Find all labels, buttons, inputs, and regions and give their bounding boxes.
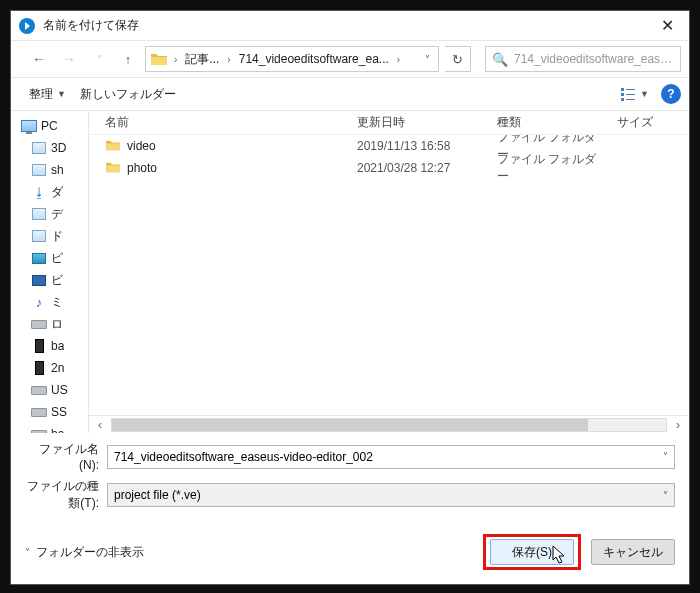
file-name: photo bbox=[127, 161, 157, 175]
tree-item-label: ミ bbox=[51, 294, 63, 311]
col-type[interactable]: 種類 bbox=[489, 114, 609, 131]
tree-item[interactable]: SS bbox=[11, 401, 88, 423]
download-icon: ⭳ bbox=[31, 184, 47, 200]
tree-item[interactable]: ba bbox=[11, 423, 88, 433]
view-mode-button[interactable]: ▼ bbox=[616, 85, 653, 103]
tree-item[interactable]: デ bbox=[11, 203, 88, 225]
svg-rect-2 bbox=[621, 93, 624, 96]
chevron-right-icon: › bbox=[225, 54, 232, 65]
forward-button[interactable]: → bbox=[57, 47, 81, 71]
box-icon bbox=[31, 206, 47, 222]
h-scrollbar[interactable]: ‹ › bbox=[89, 415, 689, 433]
col-name[interactable]: 名前 bbox=[89, 114, 349, 131]
filename-label: ファイル名(N): bbox=[25, 441, 99, 472]
tree-item-label: 2n bbox=[51, 361, 64, 375]
filename-input[interactable]: 714_videoeditsoftware_easeus-video-edito… bbox=[107, 445, 675, 469]
nav-tree[interactable]: PC3Dsh⭳ダデドピビ♪ミロba2nUSSSba bbox=[11, 111, 89, 433]
tree-item-label: ダ bbox=[51, 184, 63, 201]
folder-icon bbox=[105, 161, 121, 176]
tree-item-label: デ bbox=[51, 206, 63, 223]
col-date[interactable]: 更新日時 bbox=[349, 114, 489, 131]
tree-item[interactable]: 3D bbox=[11, 137, 88, 159]
tree-item-label: 3D bbox=[51, 141, 66, 155]
organize-menu[interactable]: 整理 ▼ bbox=[23, 82, 72, 107]
drive-icon bbox=[31, 316, 47, 332]
tree-item-label: ド bbox=[51, 228, 63, 245]
tree-item-label: ピ bbox=[51, 250, 63, 267]
tree-item-label: ロ bbox=[51, 316, 63, 333]
scroll-thumb[interactable] bbox=[112, 419, 588, 431]
up-button[interactable]: ↑ bbox=[117, 48, 139, 70]
drive-icon bbox=[31, 426, 47, 433]
tree-item-label: SS bbox=[51, 405, 67, 419]
tree-item[interactable]: ロ bbox=[11, 313, 88, 335]
cancel-button[interactable]: キャンセル bbox=[591, 539, 675, 565]
navbar: ← → ˅ ↑ › 記事... › 714_videoeditsoftware_… bbox=[11, 41, 689, 77]
back-button[interactable]: ← bbox=[27, 47, 51, 71]
search-icon: 🔍 bbox=[492, 52, 508, 67]
tree-item[interactable]: ⭳ダ bbox=[11, 181, 88, 203]
tree-item[interactable]: ド bbox=[11, 225, 88, 247]
chevron-down-icon: ▼ bbox=[640, 89, 649, 99]
breadcrumb-1[interactable]: 記事... bbox=[181, 49, 223, 70]
list-item[interactable]: photo2021/03/28 12:27ファイル フォルダー bbox=[89, 157, 689, 179]
svg-rect-3 bbox=[626, 94, 635, 95]
recent-dropdown[interactable]: ˅ bbox=[87, 47, 111, 71]
box-icon bbox=[31, 228, 47, 244]
tree-item[interactable]: 2n bbox=[11, 357, 88, 379]
tower-icon bbox=[31, 360, 47, 376]
chevron-down-icon: ˅ bbox=[25, 547, 30, 558]
search-box[interactable]: 🔍 714_videoeditsoftware_ease... bbox=[485, 46, 681, 72]
svg-rect-4 bbox=[621, 98, 624, 101]
chevron-down-icon[interactable]: ˅ bbox=[663, 490, 668, 501]
address-bar[interactable]: › 記事... › 714_videoeditsoftware_ea... › … bbox=[145, 46, 439, 72]
music-icon: ♪ bbox=[31, 294, 47, 310]
filetype-value: project file (*.ve) bbox=[114, 488, 663, 502]
close-button[interactable]: ✕ bbox=[645, 11, 689, 41]
toolbar: 整理 ▼ 新しいフォルダー ▼ ? bbox=[11, 77, 689, 111]
tower-icon bbox=[31, 338, 47, 354]
svg-rect-0 bbox=[621, 88, 624, 91]
hide-folders-link[interactable]: ˅ フォルダーの非表示 bbox=[25, 544, 144, 561]
scroll-left-icon[interactable]: ‹ bbox=[93, 418, 107, 432]
filename-row: ファイル名(N): 714_videoeditsoftware_easeus-v… bbox=[25, 441, 675, 472]
filetype-select[interactable]: project file (*.ve) ˅ bbox=[107, 483, 675, 507]
tree-item[interactable]: ピ bbox=[11, 247, 88, 269]
refresh-button[interactable]: ↻ bbox=[445, 46, 471, 72]
filename-value: 714_videoeditsoftware_easeus-video-edito… bbox=[114, 450, 663, 464]
box-icon bbox=[31, 140, 47, 156]
save-highlight: 保存(S) bbox=[483, 534, 581, 570]
new-folder-button[interactable]: 新しいフォルダー bbox=[80, 86, 176, 103]
filetype-label: ファイルの種類(T): bbox=[25, 478, 99, 512]
breadcrumb-2[interactable]: 714_videoeditsoftware_ea... bbox=[235, 50, 393, 68]
col-size[interactable]: サイズ bbox=[609, 114, 689, 131]
file-list-pane: 名前 更新日時 種類 サイズ video2019/11/13 16:58ファイル… bbox=[89, 111, 689, 433]
chevron-down-icon[interactable]: ˅ bbox=[663, 451, 668, 462]
box-icon bbox=[31, 162, 47, 178]
column-headers: 名前 更新日時 種類 サイズ bbox=[89, 111, 689, 135]
filetype-row: ファイルの種類(T): project file (*.ve) ˅ bbox=[25, 478, 675, 512]
file-rows[interactable]: video2019/11/13 16:58ファイル フォルダーphoto2021… bbox=[89, 135, 689, 415]
tree-item[interactable]: ♪ミ bbox=[11, 291, 88, 313]
view-list-icon bbox=[620, 87, 636, 101]
file-type: ファイル フォルダー bbox=[489, 151, 609, 185]
scroll-track[interactable] bbox=[111, 418, 667, 432]
tree-item[interactable]: sh bbox=[11, 159, 88, 181]
organize-label: 整理 bbox=[29, 86, 53, 103]
tree-item-label: ビ bbox=[51, 272, 63, 289]
folder-icon bbox=[105, 139, 121, 154]
addr-dropdown-icon[interactable]: ˅ bbox=[418, 54, 436, 65]
scroll-right-icon[interactable]: › bbox=[671, 418, 685, 432]
tree-item[interactable]: US bbox=[11, 379, 88, 401]
tree-item[interactable]: ba bbox=[11, 335, 88, 357]
save-button[interactable]: 保存(S) bbox=[490, 539, 574, 565]
save-fields: ファイル名(N): 714_videoeditsoftware_easeus-v… bbox=[11, 433, 689, 518]
titlebar: 名前を付けて保存 ✕ bbox=[11, 11, 689, 41]
tree-item[interactable]: ビ bbox=[11, 269, 88, 291]
hide-folders-label: フォルダーの非表示 bbox=[36, 544, 144, 561]
help-button[interactable]: ? bbox=[661, 84, 681, 104]
file-name: video bbox=[127, 139, 156, 153]
file-date: 2021/03/28 12:27 bbox=[349, 161, 489, 175]
tree-item[interactable]: PC bbox=[11, 115, 88, 137]
folder-icon bbox=[150, 50, 168, 68]
